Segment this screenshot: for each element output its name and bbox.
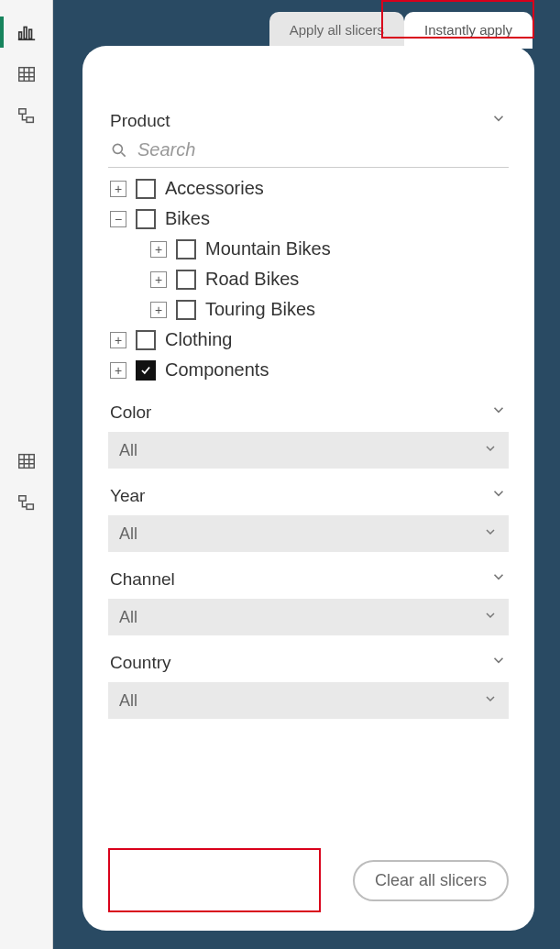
tree-item-touring-bikes[interactable]: + Touring Bikes	[108, 294, 509, 325]
chevron-down-icon	[490, 402, 507, 423]
report-view-button[interactable]	[0, 11, 53, 53]
tab-apply-all-slicers[interactable]: Apply all slicers	[269, 12, 404, 49]
tree-item-components[interactable]: + Components	[108, 355, 509, 385]
tree-item-label: Clothing	[165, 329, 232, 350]
year-slicer-header[interactable]: Year	[108, 481, 509, 510]
expand-icon[interactable]: +	[110, 362, 126, 379]
chevron-down-icon	[490, 568, 507, 590]
checkbox[interactable]	[136, 209, 156, 229]
slicer-title: Color	[110, 403, 151, 423]
dropdown-value: All	[119, 441, 137, 460]
checkbox[interactable]	[176, 239, 196, 259]
svg-point-9	[113, 144, 122, 153]
channel-slicer-header[interactable]: Channel	[108, 565, 509, 593]
dropdown-value: All	[119, 691, 137, 711]
tree-item-label: Accessories	[165, 178, 264, 199]
svg-rect-1	[24, 28, 27, 39]
color-dropdown[interactable]: All	[108, 432, 509, 469]
tree-item-clothing[interactable]: + Clothing	[108, 325, 509, 355]
country-slicer: Country All	[108, 648, 509, 719]
table-icon	[16, 451, 37, 471]
dropdown-value: All	[119, 524, 137, 544]
product-slicer: Product + Accessories −	[108, 106, 509, 385]
svg-rect-2	[28, 29, 31, 39]
product-slicer-title: Product	[110, 111, 170, 131]
color-slicer-header[interactable]: Color	[108, 398, 509, 426]
channel-slicer: Channel All	[108, 565, 509, 635]
year-slicer: Year All	[108, 481, 509, 552]
data-view-button-secondary[interactable]	[0, 440, 53, 482]
tab-instantly-apply[interactable]: Instantly apply	[404, 12, 533, 49]
expand-icon[interactable]: +	[150, 271, 167, 288]
checkbox[interactable]	[176, 270, 196, 290]
slicer-mode-tabs: Apply all slicers Instantly apply	[53, 0, 560, 48]
svg-rect-0	[18, 32, 21, 39]
tree-item-bikes[interactable]: − Bikes	[108, 204, 509, 234]
svg-rect-4	[18, 109, 25, 115]
svg-rect-5	[27, 117, 33, 123]
tree-item-label: Bikes	[165, 208, 210, 229]
checkbox[interactable]	[136, 330, 156, 350]
checkbox[interactable]	[136, 179, 156, 199]
data-view-button[interactable]	[0, 53, 53, 95]
model-icon	[16, 493, 37, 513]
svg-rect-3	[18, 68, 34, 82]
expand-icon[interactable]: +	[150, 302, 167, 318]
tree-item-label: Road Bikes	[205, 269, 299, 290]
model-view-button-secondary[interactable]	[0, 482, 53, 524]
panel-footer: Clear all slicers	[108, 848, 509, 912]
tree-item-accessories[interactable]: + Accessories	[108, 173, 509, 204]
year-dropdown[interactable]: All	[108, 515, 509, 552]
country-slicer-header[interactable]: Country	[108, 648, 509, 677]
dropdown-value: All	[119, 608, 137, 627]
report-canvas: Apply all slicers Instantly apply Produc…	[53, 0, 560, 949]
checkbox[interactable]	[176, 300, 196, 320]
expand-icon[interactable]: +	[150, 241, 167, 258]
slicer-title: Year	[110, 486, 145, 506]
search-icon	[110, 141, 128, 160]
table-icon	[16, 64, 37, 84]
slicer-title: Channel	[110, 569, 175, 590]
svg-rect-6	[18, 455, 34, 469]
chevron-down-icon	[483, 441, 498, 460]
left-nav-rail	[0, 0, 53, 949]
clear-all-slicers-button[interactable]: Clear all slicers	[353, 860, 509, 901]
chevron-down-icon	[483, 608, 498, 627]
channel-dropdown[interactable]: All	[108, 599, 509, 635]
svg-rect-7	[18, 496, 25, 502]
chevron-down-icon	[483, 691, 498, 711]
checkbox-checked[interactable]	[136, 360, 156, 381]
chevron-down-icon	[490, 110, 507, 131]
bar-chart-icon	[16, 22, 37, 42]
country-dropdown[interactable]: All	[108, 682, 509, 719]
product-slicer-header[interactable]: Product	[108, 106, 509, 135]
chevron-down-icon	[490, 485, 507, 506]
slicer-panel: Product + Accessories −	[82, 46, 534, 931]
svg-rect-8	[27, 504, 33, 510]
product-search-row	[108, 137, 509, 168]
expand-icon[interactable]: +	[110, 332, 126, 348]
product-search-input[interactable]	[136, 138, 507, 161]
model-view-button[interactable]	[0, 95, 53, 138]
color-slicer: Color All	[108, 398, 509, 469]
annotation-highlight-empty-apply	[108, 848, 321, 912]
tree-item-label: Components	[165, 359, 269, 381]
model-icon	[16, 106, 37, 127]
expand-icon[interactable]: +	[110, 181, 126, 197]
tree-item-label: Touring Bikes	[205, 299, 315, 320]
collapse-icon[interactable]: −	[110, 211, 126, 227]
tree-item-mountain-bikes[interactable]: + Mountain Bikes	[108, 234, 509, 264]
chevron-down-icon	[483, 524, 498, 544]
tree-item-label: Mountain Bikes	[205, 238, 331, 259]
tree-item-road-bikes[interactable]: + Road Bikes	[108, 264, 509, 294]
slicer-title: Country	[110, 653, 171, 673]
product-tree: + Accessories − Bikes + Mountain Bikes	[108, 173, 509, 385]
chevron-down-icon	[490, 652, 507, 673]
